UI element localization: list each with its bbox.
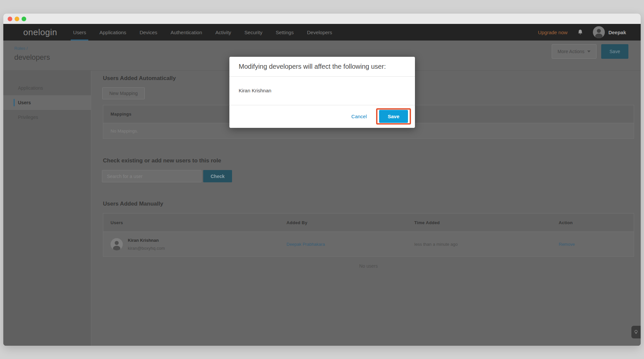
- new-mapping-button[interactable]: New Mapping: [102, 87, 145, 99]
- user-avatar-icon: [593, 26, 605, 38]
- close-window-button[interactable]: [8, 17, 12, 21]
- save-annotation-highlight: Save: [376, 108, 411, 125]
- row-user-avatar-icon: [111, 238, 123, 250]
- modal-title: Modifying developers will affect the fol…: [229, 57, 415, 77]
- nav-item-activity[interactable]: Activity: [215, 24, 231, 41]
- upgrade-now-link[interactable]: Upgrade now: [538, 30, 567, 35]
- modal-dialog: Modifying developers will affect the fol…: [229, 57, 415, 128]
- more-actions-button[interactable]: More Actions: [552, 44, 597, 59]
- cancel-button[interactable]: Cancel: [351, 114, 367, 119]
- role-sidebar: Applications Users Privileges: [3, 71, 91, 346]
- chevron-down-icon: [587, 50, 591, 52]
- top-navbar: onelogin Users Applications Devices Auth…: [3, 24, 641, 41]
- manual-users-table: Users Added By Time Added Action Kiran K…: [103, 213, 634, 257]
- row-user-email: kiran@boxyhq.com: [128, 246, 165, 251]
- browser-window: onelogin Users Applications Devices Auth…: [3, 14, 641, 346]
- remove-link[interactable]: Remove: [559, 242, 634, 247]
- action-column-header: Action: [559, 220, 634, 225]
- modal-footer: Cancel Save: [229, 105, 415, 128]
- added-by-column-header: Added By: [286, 220, 414, 225]
- time-added-column-header: Time Added: [414, 220, 559, 225]
- users-column-header: Users: [103, 220, 286, 225]
- no-mappings-text: No Mappings.: [111, 129, 138, 134]
- help-lightbulb-tab[interactable]: [631, 326, 641, 338]
- nav-item-settings[interactable]: Settings: [276, 24, 294, 41]
- nav-item-security[interactable]: Security: [244, 24, 262, 41]
- navbar-right-cluster: Upgrade now Deepak: [538, 26, 626, 38]
- minimize-window-button[interactable]: [15, 17, 19, 21]
- row-user-name: Kiran Krishnan: [128, 238, 165, 243]
- main-nav: Users Applications Devices Authenticatio…: [73, 24, 332, 41]
- more-actions-label: More Actions: [558, 49, 585, 54]
- users-added-manually-heading: Users Added Manually: [103, 201, 163, 207]
- check-button[interactable]: Check: [203, 170, 232, 182]
- onelogin-logo[interactable]: onelogin: [23, 27, 57, 38]
- search-user-input[interactable]: [102, 170, 201, 182]
- mappings-column-header: Mappings: [111, 112, 131, 117]
- user-menu[interactable]: Deepak: [593, 26, 626, 38]
- lightbulb-icon: [633, 329, 639, 335]
- sidebar-item-privileges[interactable]: Privileges: [3, 110, 91, 125]
- breadcrumb-roles-link[interactable]: Roles /: [14, 46, 50, 51]
- zoom-window-button[interactable]: [22, 17, 26, 21]
- table-row: Kiran Krishnan kiran@boxyhq.com Deepak P…: [103, 232, 634, 256]
- page-title: developers: [14, 53, 50, 62]
- nav-item-devices[interactable]: Devices: [139, 24, 157, 41]
- nav-item-users[interactable]: Users: [73, 24, 86, 41]
- nav-item-authentication[interactable]: Authentication: [171, 24, 202, 41]
- sidebar-item-applications[interactable]: Applications: [3, 81, 91, 95]
- time-added-text: less than a minute ago: [414, 242, 559, 247]
- no-users-text: No users: [103, 263, 634, 269]
- nav-item-applications[interactable]: Applications: [99, 24, 126, 41]
- users-added-automatically-heading: Users Added Automatically: [103, 75, 176, 82]
- window-titlebar: [3, 14, 641, 24]
- added-by-link[interactable]: Deepak Prabhakara: [286, 242, 414, 247]
- modal-save-button[interactable]: Save: [379, 110, 408, 123]
- user-name: Deepak: [608, 30, 626, 35]
- nav-item-developers[interactable]: Developers: [307, 24, 332, 41]
- header-save-button[interactable]: Save: [601, 44, 628, 59]
- modal-affected-user: Kiran Krishnan: [229, 77, 415, 105]
- check-users-heading: Check existing or add new users to this …: [103, 157, 221, 164]
- sidebar-item-users[interactable]: Users: [3, 95, 91, 110]
- notifications-bell-icon[interactable]: [577, 29, 584, 36]
- manual-users-table-header: Users Added By Time Added Action: [103, 214, 634, 232]
